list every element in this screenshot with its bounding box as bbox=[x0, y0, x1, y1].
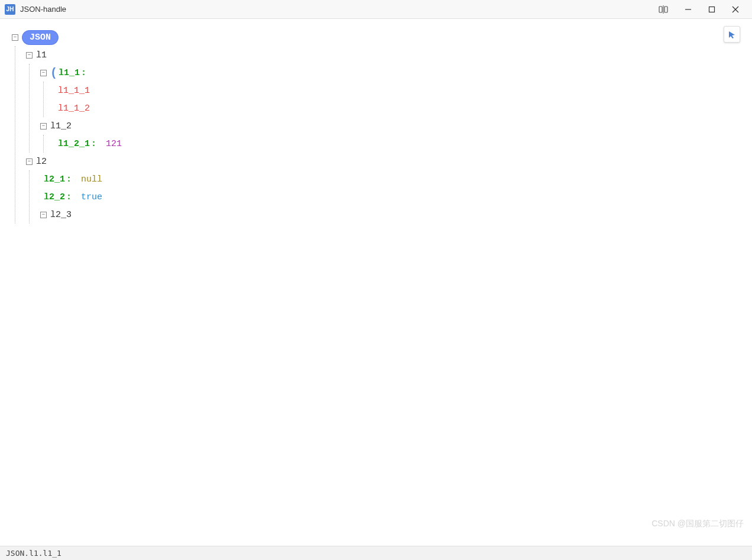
tree-node-l2-1[interactable]: l2_1 : null bbox=[44, 170, 752, 188]
tree-node-l1-1-1[interactable]: l1_1_1 bbox=[58, 82, 752, 99]
node-key: l1 bbox=[36, 50, 47, 60]
app-window: JH JSON-handle − JSON bbox=[0, 0, 752, 560]
tree-node-l2[interactable]: − l2 bbox=[26, 153, 752, 170]
tree-node-root[interactable]: − JSON bbox=[12, 28, 752, 46]
node-key: l2_2 bbox=[44, 192, 65, 202]
content-area: − JSON − l1 − ( l1_1 : bbox=[0, 19, 752, 546]
svg-rect-0 bbox=[659, 7, 662, 12]
watermark-text: CSDN @国服第二切图仔 bbox=[651, 519, 744, 529]
close-button[interactable] bbox=[724, 1, 747, 18]
json-tree: − JSON − l1 − ( l1_1 : bbox=[0, 19, 752, 224]
tree-node-l1-2[interactable]: − l1_2 bbox=[40, 117, 752, 135]
tree-node-l1[interactable]: − l1 bbox=[26, 46, 752, 64]
colon: : bbox=[66, 174, 72, 184]
toggle-icon[interactable]: − bbox=[40, 123, 47, 130]
node-value: l1_1_1 bbox=[58, 86, 90, 96]
tree-node-l2-3[interactable]: − l2_3 bbox=[40, 206, 752, 224]
node-key: l2 bbox=[36, 157, 47, 167]
svg-rect-1 bbox=[665, 7, 667, 12]
node-key: l1_2_1 bbox=[58, 139, 90, 149]
titlebar-extra-icon[interactable] bbox=[653, 5, 674, 14]
minimize-button[interactable] bbox=[676, 1, 700, 18]
node-value: null bbox=[81, 174, 102, 184]
node-key: l1_2 bbox=[50, 121, 72, 131]
node-key: l2_3 bbox=[50, 210, 72, 220]
colon: : bbox=[91, 139, 96, 149]
titlebar: JH JSON-handle bbox=[0, 0, 752, 19]
toggle-icon[interactable]: − bbox=[26, 158, 33, 165]
toggle-icon[interactable]: − bbox=[40, 212, 47, 218]
maximize-button[interactable] bbox=[700, 1, 724, 18]
statusbar: JSON.l1.l1_1 bbox=[0, 546, 752, 560]
node-key: l2_1 bbox=[44, 174, 65, 184]
window-title: JSON-handle bbox=[20, 5, 653, 14]
node-key: l1_1 bbox=[59, 68, 80, 78]
array-bracket-icon: ( bbox=[50, 66, 57, 80]
svg-rect-4 bbox=[709, 7, 715, 12]
node-value: l1_1_2 bbox=[58, 103, 90, 114]
node-value: 121 bbox=[106, 139, 122, 149]
toggle-icon[interactable]: − bbox=[26, 52, 33, 59]
tree-node-l1-2-1[interactable]: l1_2_1 : 121 bbox=[58, 135, 752, 153]
node-value: true bbox=[81, 192, 102, 202]
tree-node-l2-2[interactable]: l2_2 : true bbox=[44, 188, 752, 206]
app-icon: JH bbox=[5, 4, 15, 15]
root-badge: JSON bbox=[22, 30, 59, 45]
tree-node-l1-1-2[interactable]: l1_1_2 bbox=[58, 99, 752, 117]
toggle-icon[interactable]: − bbox=[12, 34, 18, 41]
toggle-icon[interactable]: − bbox=[40, 70, 47, 76]
tree-node-l1-1[interactable]: − ( l1_1 : bbox=[40, 64, 752, 82]
colon: : bbox=[81, 68, 86, 78]
status-path: JSON.l1.l1_1 bbox=[6, 549, 61, 558]
window-controls bbox=[676, 1, 747, 18]
colon: : bbox=[66, 192, 72, 202]
